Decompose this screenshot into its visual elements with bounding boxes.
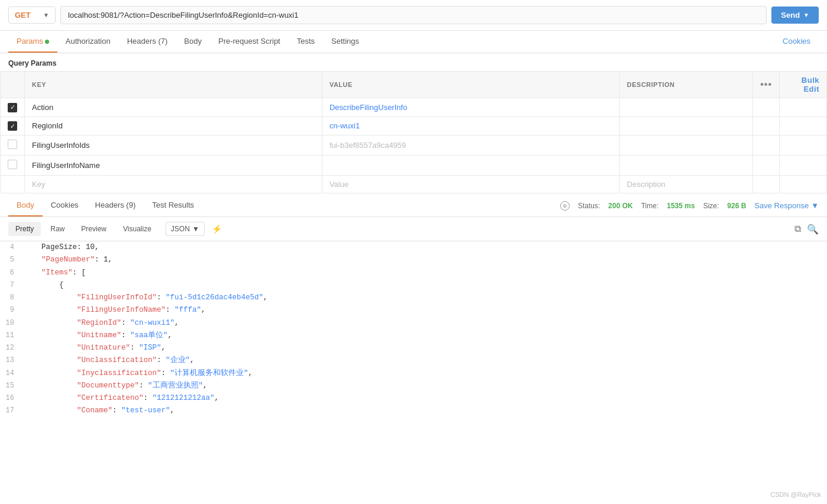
json-punctuation: : — [161, 369, 170, 377]
json-punctuation: : — [95, 256, 104, 264]
line-number: 17 — [0, 405, 24, 416]
tab-prerequest[interactable]: Pre-request Script — [210, 31, 289, 53]
new-param-row: Key Value Description — [1, 176, 827, 193]
search-icon[interactable]: 🔍 — [807, 224, 819, 235]
rtab-headers[interactable]: Headers (9) — [87, 195, 144, 217]
row-checkbox-3[interactable] — [1, 135, 25, 156]
row-key-3[interactable]: FilingUserInfoIds — [25, 135, 322, 156]
json-punctuation — [24, 319, 77, 327]
send-button[interactable]: Send ▼ — [771, 7, 819, 24]
json-key: "RegionId" — [77, 319, 121, 327]
json-line: 15 "Documenttype": "工商营业执照", — [0, 380, 827, 392]
tab-authorization[interactable]: Authorization — [57, 31, 119, 53]
tab-params[interactable]: Params — [8, 31, 57, 53]
row-key-1[interactable]: Action — [25, 98, 322, 117]
json-punctuation: : — [112, 406, 121, 415]
json-punctuation: , — [215, 394, 219, 402]
json-punctuation: , — [175, 319, 179, 327]
json-punctuation: , — [263, 293, 268, 302]
rtab-body[interactable]: Body — [8, 195, 43, 217]
json-punctuation: : — [157, 293, 166, 302]
size-label: Size: — [703, 202, 719, 210]
json-punctuation: PageSize: 10, — [24, 243, 99, 251]
json-punctuation: : — [139, 382, 148, 390]
json-punctuation: , — [168, 331, 173, 340]
json-punctuation: : — [144, 394, 153, 402]
row-desc-1[interactable] — [619, 98, 752, 117]
col-header-check — [1, 72, 25, 98]
key-placeholder: Key — [32, 180, 45, 189]
row-desc-3[interactable] — [619, 135, 752, 156]
json-key: "FilingUserInfoId" — [77, 293, 157, 302]
json-punctuation — [24, 293, 77, 302]
json-line: 10 "RegionId": "cn-wuxi1", — [0, 317, 827, 329]
row-checkbox-2[interactable]: ✓ — [1, 117, 25, 135]
ftab-preview[interactable]: Preview — [74, 222, 114, 236]
rtab-test-results[interactable]: Test Results — [144, 195, 202, 217]
row-checkbox-4[interactable] — [1, 156, 25, 176]
status-label: Status: — [578, 202, 600, 210]
json-punctuation: , — [248, 369, 253, 377]
row-menu-1[interactable] — [753, 98, 780, 117]
row-menu-2[interactable] — [753, 117, 780, 135]
json-punctuation — [24, 256, 41, 264]
format-select[interactable]: JSON ▼ — [166, 222, 205, 236]
tab-body[interactable]: Body — [176, 31, 210, 53]
save-response-button[interactable]: Save Response ▼ — [754, 201, 819, 210]
json-punctuation: , — [190, 356, 195, 364]
line-number: 4 — [0, 241, 24, 253]
ftab-pretty[interactable]: Pretty — [8, 222, 41, 236]
ftab-visualize[interactable]: Visualize — [116, 222, 159, 236]
tab-settings[interactable]: Settings — [323, 31, 367, 53]
row-value-1[interactable]: DescribeFilingUserInfo — [322, 98, 619, 117]
json-line: 7 { — [0, 279, 827, 292]
row-value-4[interactable] — [322, 156, 619, 176]
json-key: "PageNumber" — [41, 256, 95, 264]
dots-menu-icon[interactable]: ••• — [760, 79, 772, 89]
row-menu-4[interactable] — [753, 156, 780, 176]
tab-headers[interactable]: Headers (7) — [119, 31, 176, 53]
row-key-2[interactable]: RegionId — [25, 117, 322, 135]
json-punctuation: : — [157, 356, 166, 364]
save-response-chevron-icon: ▼ — [811, 201, 819, 210]
row-menu-3[interactable] — [753, 135, 780, 156]
json-string: "计算机服务和软件业" — [170, 369, 248, 377]
json-line: 8 "FilingUserInfoId": "fui-5d1c26dac4eb4… — [0, 292, 827, 304]
json-string: "1212121212aa" — [153, 394, 215, 402]
json-string: "saa单位" — [130, 331, 168, 340]
line-content: "Unitname": "saa单位", — [24, 329, 172, 342]
json-line: 4 PageSize: 10, — [0, 241, 827, 254]
tab-cookies[interactable]: Cookies — [774, 31, 819, 53]
json-punctuation — [24, 406, 77, 415]
json-key: "Coname" — [77, 406, 112, 415]
filter-icon[interactable]: ⚡ — [212, 224, 222, 234]
method-label: GET — [15, 11, 31, 20]
method-select[interactable]: GET ▼ — [8, 7, 56, 24]
row-key-4[interactable]: FilingUserInfoName — [25, 156, 322, 176]
tab-tests[interactable]: Tests — [289, 31, 323, 53]
json-punctuation: : — [121, 319, 130, 327]
line-number: 12 — [0, 342, 24, 354]
json-punctuation — [24, 369, 77, 377]
row-desc-4[interactable] — [619, 156, 752, 176]
json-punctuation — [24, 269, 41, 277]
row-checkbox-1[interactable]: ✓ — [1, 98, 25, 117]
row-desc-2[interactable] — [619, 117, 752, 135]
url-input[interactable] — [60, 6, 767, 24]
line-number: 5 — [0, 254, 24, 266]
bulk-edit-button[interactable]: Bulk Edit — [802, 76, 819, 93]
row-value-3[interactable]: fui-b3ef8557a9ca4959 — [322, 135, 619, 156]
json-punctuation — [24, 306, 77, 314]
row-value-2[interactable]: cn-wuxi1 — [322, 117, 619, 135]
json-punctuation — [24, 394, 77, 402]
save-response-label: Save Response — [754, 201, 809, 210]
time-value: 1535 ms — [667, 202, 694, 210]
json-string: "fffa" — [175, 306, 201, 314]
copy-icon[interactable]: ⧉ — [794, 224, 801, 235]
checked-icon: ✓ — [8, 121, 17, 131]
line-number: 14 — [0, 367, 24, 379]
json-line: 6 "Items": [ — [0, 267, 827, 279]
rtab-cookies[interactable]: Cookies — [43, 195, 87, 217]
json-key: "Items" — [41, 269, 73, 277]
ftab-raw[interactable]: Raw — [43, 222, 72, 236]
